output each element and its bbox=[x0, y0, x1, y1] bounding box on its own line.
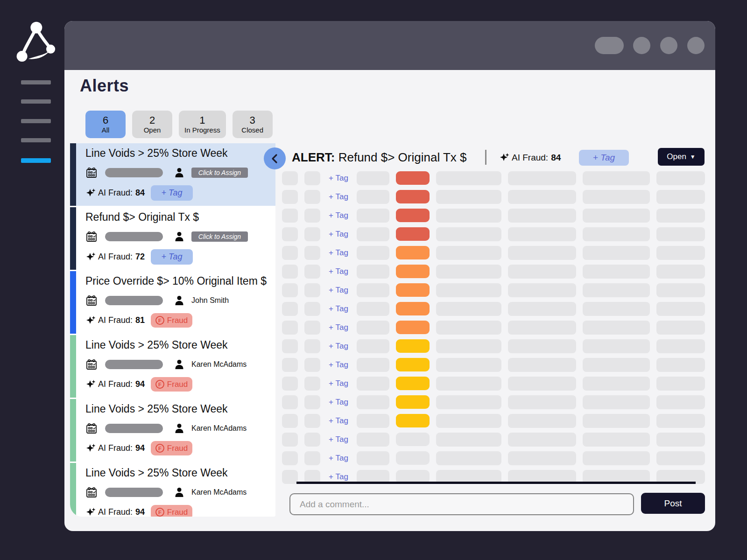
table-row[interactable]: + Tag bbox=[282, 208, 705, 223]
titlebar-circle-button-3[interactable] bbox=[687, 37, 705, 54]
table-row[interactable]: + Tag bbox=[282, 227, 705, 241]
row-cell-placeholder bbox=[583, 265, 650, 279]
alert-card[interactable]: Line Voids > 25% Store Week Karen McAdam… bbox=[70, 399, 275, 462]
alert-card[interactable]: Line Voids > 25% Store Week Karen McAdam… bbox=[70, 463, 275, 517]
detail-title-prefix: ALERT: bbox=[292, 150, 335, 164]
alert-card-meta: Click to Assign bbox=[85, 167, 248, 179]
row-cell-placeholder bbox=[656, 227, 705, 241]
table-row[interactable]: + Tag bbox=[282, 395, 705, 409]
severity-pill bbox=[396, 339, 430, 353]
calendar-icon bbox=[85, 231, 98, 243]
detail-title: ALERT: Refund $> Original Tx $ bbox=[292, 150, 467, 165]
row-add-tag-button[interactable]: + Tag bbox=[327, 342, 350, 351]
add-tag-button[interactable]: + Tag bbox=[151, 185, 193, 201]
date-placeholder bbox=[105, 488, 163, 497]
status-dropdown[interactable]: Open ▼ bbox=[658, 148, 705, 166]
filter-in-progress[interactable]: 1 In Progress bbox=[179, 111, 226, 138]
row-cell-placeholder bbox=[583, 339, 650, 353]
table-row[interactable]: + Tag bbox=[282, 357, 705, 372]
table-row[interactable]: + Tag bbox=[282, 171, 705, 185]
row-cell-placeholder bbox=[282, 358, 298, 372]
table-row[interactable]: + Tag bbox=[282, 432, 705, 447]
assignee[interactable]: Karen McAdams bbox=[191, 424, 247, 433]
person-icon bbox=[174, 295, 185, 306]
titlebar-circle-button-1[interactable] bbox=[633, 37, 650, 54]
row-add-tag-button[interactable]: + Tag bbox=[327, 323, 350, 332]
row-add-tag-button[interactable]: + Tag bbox=[327, 379, 350, 388]
row-cell-placeholder bbox=[656, 171, 705, 185]
sidebar-item-bar-2[interactable] bbox=[21, 99, 51, 104]
filter-all[interactable]: 6 All bbox=[85, 111, 126, 138]
assignee[interactable]: Click to Assign bbox=[191, 168, 248, 178]
row-cell-placeholder bbox=[436, 209, 501, 223]
assignee[interactable]: John Smith bbox=[191, 296, 229, 305]
table-row[interactable]: + Tag bbox=[282, 320, 705, 335]
row-cell-placeholder bbox=[508, 451, 576, 465]
back-button[interactable] bbox=[264, 147, 286, 169]
alert-card[interactable]: Price Override $> 10% Original Item $ Jo… bbox=[70, 271, 275, 334]
row-cell-placeholder bbox=[436, 302, 501, 316]
row-add-tag-button[interactable]: + Tag bbox=[327, 174, 350, 183]
sidebar-item-bar-1[interactable] bbox=[21, 80, 51, 84]
row-add-tag-button[interactable]: + Tag bbox=[327, 248, 350, 258]
fraud-badge: F Fraud bbox=[151, 313, 192, 328]
fraud-badge-label: Fraud bbox=[167, 380, 188, 389]
table-row[interactable]: + Tag bbox=[282, 245, 705, 260]
row-cell-placeholder bbox=[436, 321, 501, 335]
assignee[interactable]: Karen McAdams bbox=[191, 360, 247, 369]
row-cell-placeholder bbox=[282, 209, 298, 223]
row-cell-placeholder bbox=[304, 358, 320, 372]
fraud-badge: F Fraud bbox=[151, 377, 192, 392]
alert-card[interactable]: Line Voids > 25% Store Week Click to Ass… bbox=[70, 143, 275, 206]
table-row[interactable]: + Tag bbox=[282, 413, 705, 428]
row-cell-placeholder bbox=[282, 265, 298, 279]
row-add-tag-button[interactable]: + Tag bbox=[327, 454, 350, 463]
sidebar-item-bar-3[interactable] bbox=[21, 119, 51, 123]
filter-closed[interactable]: 3 Closed bbox=[233, 111, 273, 138]
add-tag-button[interactable]: + Tag bbox=[151, 249, 193, 265]
table-row[interactable]: + Tag bbox=[282, 264, 705, 279]
table-row[interactable]: + Tag bbox=[282, 283, 705, 297]
row-cell-placeholder bbox=[357, 190, 389, 204]
row-cell-placeholder bbox=[508, 171, 576, 185]
alert-card-title: Refund $> Original Tx $ bbox=[85, 211, 199, 224]
sidebar-item-active[interactable] bbox=[21, 158, 51, 163]
row-add-tag-button[interactable]: + Tag bbox=[327, 211, 350, 220]
titlebar-circle-button-2[interactable] bbox=[660, 37, 677, 54]
assignee[interactable]: Karen McAdams bbox=[191, 488, 247, 497]
alert-card[interactable]: Line Voids > 25% Store Week Karen McAdam… bbox=[70, 335, 275, 398]
row-add-tag-button[interactable]: + Tag bbox=[327, 230, 350, 239]
row-add-tag-button[interactable]: + Tag bbox=[327, 435, 350, 444]
table-row[interactable]: + Tag bbox=[282, 339, 705, 353]
sidebar-item-bar-4[interactable] bbox=[21, 138, 51, 142]
table-row[interactable]: + Tag bbox=[282, 451, 705, 465]
row-cell-placeholder bbox=[656, 209, 705, 223]
row-add-tag-button[interactable]: + Tag bbox=[327, 286, 350, 295]
filter-open[interactable]: 2 Open bbox=[132, 111, 172, 138]
alert-list: Line Voids > 25% Store Week Click to Ass… bbox=[70, 143, 275, 517]
table-row[interactable]: + Tag bbox=[282, 301, 705, 316]
row-cell-placeholder bbox=[436, 246, 501, 260]
table-row[interactable]: + Tag bbox=[282, 376, 705, 391]
row-cell-placeholder bbox=[583, 209, 650, 223]
row-cell-placeholder bbox=[508, 265, 576, 279]
row-add-tag-button[interactable]: + Tag bbox=[327, 304, 350, 314]
filter-all-label: All bbox=[102, 126, 110, 134]
row-add-tag-button[interactable]: + Tag bbox=[327, 360, 350, 370]
row-add-tag-button[interactable]: + Tag bbox=[327, 267, 350, 276]
alert-card[interactable]: Refund $> Original Tx $ Click to Assign bbox=[70, 207, 275, 270]
row-add-tag-button[interactable]: + Tag bbox=[327, 416, 350, 426]
comment-input[interactable] bbox=[289, 493, 634, 515]
detail-ai-fraud: AI Fraud: 84 bbox=[499, 152, 561, 163]
post-button[interactable]: Post bbox=[641, 493, 705, 514]
table-row[interactable]: + Tag bbox=[282, 189, 705, 204]
row-add-tag-button[interactable]: + Tag bbox=[327, 472, 350, 482]
row-add-tag-button[interactable]: + Tag bbox=[327, 398, 350, 407]
assignee[interactable]: Click to Assign bbox=[191, 231, 248, 242]
brand-logo bbox=[11, 18, 58, 63]
row-add-tag-button[interactable]: + Tag bbox=[327, 192, 350, 202]
titlebar-pill-button[interactable] bbox=[595, 37, 624, 54]
row-cell-placeholder bbox=[282, 414, 298, 428]
ai-fraud-label: AI Fraud: bbox=[98, 188, 133, 198]
add-tag-button[interactable]: + Tag bbox=[579, 150, 629, 166]
